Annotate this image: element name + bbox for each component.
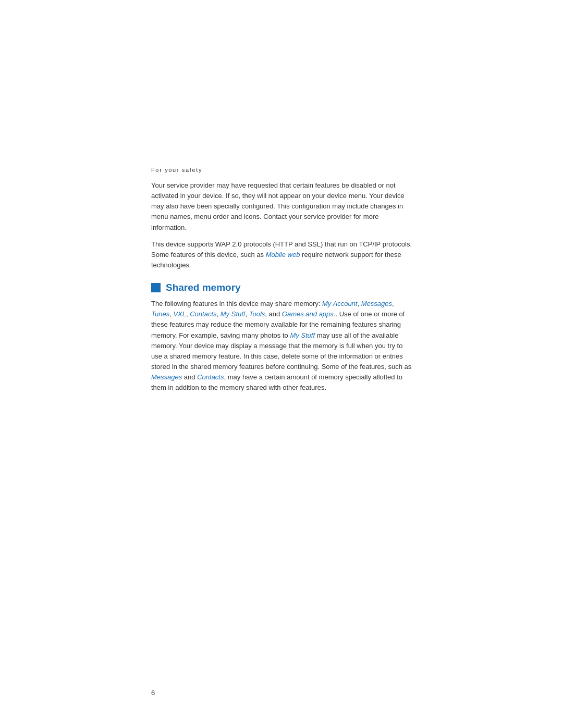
safety-paragraph-2: This device supports WAP 2.0 protocols (… [151,239,412,270]
tunes-link[interactable]: Tunes [151,310,169,318]
games-and-apps-link[interactable]: Games and apps. [282,310,336,318]
vxl-link[interactable]: VXL [173,310,186,318]
heading-icon [151,283,161,292]
content-area: For your safety Your service provider ma… [0,0,563,393]
page-container: For your safety Your service provider ma… [0,0,563,728]
shared-memory-heading: Shared memory [151,282,412,293]
body-prefix: The following features in this device ma… [151,300,322,307]
messages-link-1[interactable]: Messages [361,300,392,307]
safety-paragraph-1: Your service provider may have requested… [151,180,412,233]
my-account-link[interactable]: My Account [322,300,357,307]
contacts-link-2[interactable]: Contacts [197,373,224,381]
shared-memory-title: Shared memory [166,282,241,293]
page-number: 6 [151,689,155,697]
my-stuff-link-2[interactable]: My Stuff [290,331,315,339]
tools-link[interactable]: Tools [249,310,265,318]
my-stuff-link-1[interactable]: My Stuff [221,310,246,318]
shared-memory-body: The following features in this device ma… [151,299,412,393]
contacts-link-1[interactable]: Contacts [190,310,216,318]
messages-link-2[interactable]: Messages [151,373,182,381]
safety-label: For your safety [151,167,412,173]
mobile-web-link[interactable]: Mobile web [266,251,300,258]
body-and: and [182,373,197,381]
